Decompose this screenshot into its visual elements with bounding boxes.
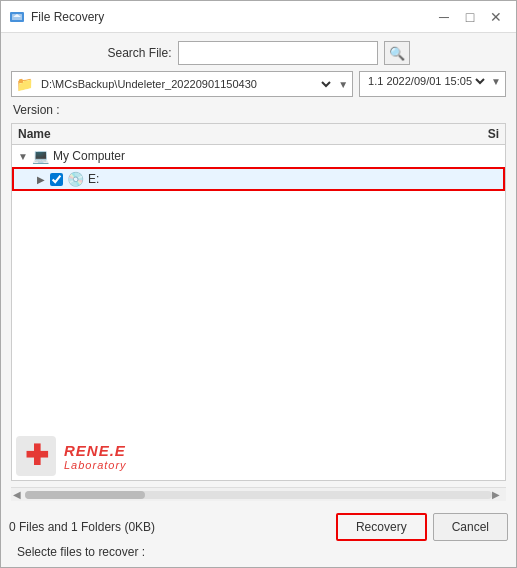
tree-item-e[interactable]: ▶ 💿 E: bbox=[12, 167, 505, 191]
mycomputer-label: My Computer bbox=[53, 149, 501, 163]
search-row: Search File: 🔍 bbox=[11, 41, 506, 65]
main-window: File Recovery ─ □ ✕ Search File: 🔍 📁 D:\… bbox=[0, 0, 517, 568]
version-label: Version : bbox=[11, 103, 506, 117]
tree-header: Name Si bbox=[12, 124, 505, 145]
path-dropdown[interactable]: 📁 D:\MCsBackup\Undeleter_20220901150430 … bbox=[11, 71, 353, 97]
search-button[interactable]: 🔍 bbox=[384, 41, 410, 65]
status-row: 0 Files and 1 Folders (0KB) Recovery Can… bbox=[9, 513, 508, 541]
cancel-button[interactable]: Cancel bbox=[433, 513, 508, 541]
path-select[interactable]: D:\MCsBackup\Undeleter_20220901150430 bbox=[37, 77, 334, 91]
expand-e-button[interactable]: ▶ bbox=[34, 172, 48, 186]
search-icon: 🔍 bbox=[389, 46, 405, 61]
scroll-right-button[interactable]: ▶ bbox=[492, 489, 504, 500]
logo-area: ✚ RENE.E Laboratory bbox=[12, 428, 505, 480]
folder-icon: 📁 bbox=[16, 76, 33, 92]
cross-icon: ✚ bbox=[25, 442, 48, 470]
window-title: File Recovery bbox=[31, 10, 432, 24]
title-bar-controls: ─ □ ✕ bbox=[432, 5, 508, 29]
logo-lab: Laboratory bbox=[64, 459, 127, 471]
content-area: Search File: 🔍 📁 D:\MCsBackup\Undeleter_… bbox=[1, 33, 516, 509]
action-buttons: Recovery Cancel bbox=[336, 513, 508, 541]
drive-icon: 💿 bbox=[67, 171, 84, 187]
bottom-row: Selecte files to recover : bbox=[9, 543, 508, 565]
tree-header-size: Si bbox=[459, 127, 499, 141]
select-files-label: Selecte files to recover : bbox=[17, 545, 145, 559]
scroll-left-button[interactable]: ◀ bbox=[13, 489, 25, 500]
scroll-thumb[interactable] bbox=[25, 491, 145, 499]
version-select[interactable]: 1.1 2022/09/01 15:05 bbox=[364, 74, 488, 88]
search-input[interactable] bbox=[178, 41, 378, 65]
path-chevron-icon: ▼ bbox=[338, 79, 348, 90]
version-chevron-icon: ▼ bbox=[491, 76, 501, 87]
minimize-button[interactable]: ─ bbox=[432, 5, 456, 29]
tree-body: ▼ 💻 My Computer ▶ 💿 E: bbox=[12, 145, 505, 428]
tree-item-mycomputer[interactable]: ▼ 💻 My Computer bbox=[12, 145, 505, 167]
window-icon bbox=[9, 9, 25, 25]
maximize-button[interactable]: □ bbox=[458, 5, 482, 29]
status-area: 0 Files and 1 Folders (0KB) Recovery Can… bbox=[1, 509, 516, 567]
recovery-button[interactable]: Recovery bbox=[336, 513, 427, 541]
file-tree: Name Si ▼ 💻 My Computer ▶ 💿 E: bbox=[11, 123, 506, 481]
computer-icon: 💻 bbox=[32, 148, 49, 164]
version-dropdown[interactable]: 1.1 2022/09/01 15:05 ▼ bbox=[359, 71, 506, 97]
tree-header-name: Name bbox=[18, 127, 459, 141]
logo-icon: ✚ bbox=[16, 436, 56, 476]
e-drive-label: E: bbox=[88, 172, 499, 186]
title-bar: File Recovery ─ □ ✕ bbox=[1, 1, 516, 33]
close-button[interactable]: ✕ bbox=[484, 5, 508, 29]
logo-text: RENE.E Laboratory bbox=[64, 442, 127, 471]
path-row: 📁 D:\MCsBackup\Undeleter_20220901150430 … bbox=[11, 71, 506, 97]
e-checkbox[interactable] bbox=[50, 173, 63, 186]
scroll-track[interactable] bbox=[25, 491, 492, 499]
search-label: Search File: bbox=[107, 46, 171, 60]
files-folders-status: 0 Files and 1 Folders (0KB) bbox=[9, 520, 155, 534]
expand-mycomputer-button[interactable]: ▼ bbox=[16, 149, 30, 163]
logo-rene: RENE.E bbox=[64, 442, 127, 459]
horizontal-scrollbar[interactable]: ◀ ▶ bbox=[11, 487, 506, 501]
